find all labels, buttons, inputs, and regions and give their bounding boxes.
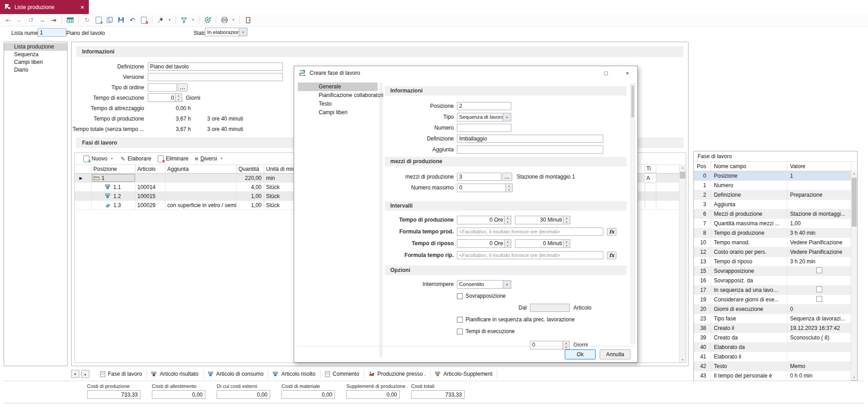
print-icon[interactable] xyxy=(220,15,229,24)
move-down-button[interactable]: ▼ xyxy=(71,370,79,378)
valore-cell[interactable]: Vedere Pianificazione xyxy=(787,249,851,255)
field-row[interactable]: 12 Costo orario per pers. Vedere Pianifi… xyxy=(694,247,851,257)
field-row[interactable]: 7 Quantità massima mezzi ... 1,00 xyxy=(694,219,851,228)
field-row[interactable]: 41 Elaborato il xyxy=(694,352,851,362)
chevron-down-icon[interactable]: ▾ xyxy=(219,157,224,160)
pianificare-checkbox[interactable] xyxy=(457,317,463,323)
field-row[interactable]: 10 Tempo manod. Vedere Pianificazione xyxy=(694,238,851,247)
dialog-scrollbar[interactable] xyxy=(630,83,635,344)
fx-button[interactable]: fx xyxy=(607,228,616,236)
spin-down-icon[interactable]: ▼ xyxy=(563,220,570,224)
tipo-select[interactable]: Sequenza di lavorazi ▾ xyxy=(457,113,511,121)
cost-value[interactable]: 0,00 xyxy=(281,390,335,399)
bottom-tab[interactable]: Articolo di consumo xyxy=(204,369,269,378)
dialog-nav-item[interactable]: Campi liberi xyxy=(298,108,378,117)
col-pos[interactable]: Pos xyxy=(694,162,711,171)
pin-icon[interactable] xyxy=(156,15,165,24)
dialog-nav-item[interactable]: Testo xyxy=(298,100,378,108)
pin-dropdown-icon[interactable]: ▾ xyxy=(167,18,172,22)
print-dropdown-icon[interactable]: ▾ xyxy=(231,18,236,22)
tempi-esecuzione-checkbox[interactable] xyxy=(457,329,463,334)
col-posizione[interactable]: Posizione xyxy=(92,165,136,173)
scrollbar-thumb[interactable] xyxy=(852,178,857,227)
eliminare-button[interactable]: Eliminare xyxy=(158,155,189,162)
field-row[interactable]: 38 Creato il 19.12.2023 16:37:42 xyxy=(694,324,851,333)
numero-input[interactable] xyxy=(457,124,511,132)
ti-cell[interactable]: A xyxy=(645,173,656,183)
spin-up-icon[interactable]: ▲ xyxy=(563,341,569,345)
definizione-input[interactable]: Piano del tavolo xyxy=(148,63,283,71)
numero-massimo-stepper[interactable]: 0 ▲▼ xyxy=(457,184,513,192)
bottom-tab[interactable]: Commento xyxy=(320,369,364,378)
fx-button[interactable]: fx xyxy=(607,252,616,259)
col-nome-campo[interactable]: Nome campo xyxy=(711,162,787,171)
bottom-tab[interactable]: Fase di lavoro xyxy=(96,369,147,378)
refresh-icon[interactable]: ↻ xyxy=(82,15,92,24)
filter-icon[interactable] xyxy=(179,15,189,24)
spin-down-icon[interactable]: ▼ xyxy=(563,244,570,247)
bottom-tab[interactable]: Articolo-Supplement xyxy=(431,369,497,378)
history-icon[interactable]: ↺ xyxy=(26,15,35,24)
bottom-tab[interactable]: Articolo risolto xyxy=(268,369,320,378)
col-aggiunta[interactable]: Aggiunta xyxy=(165,165,237,173)
field-row[interactable]: 13 Tempo di riposo 3 h 20 min xyxy=(694,257,851,266)
field-row[interactable]: 42 Testo Memo xyxy=(694,362,851,371)
spin-down-icon[interactable]: ▼ xyxy=(504,220,511,224)
aggiunta-cell[interactable] xyxy=(165,183,237,191)
spin-up-icon[interactable]: ▲ xyxy=(563,216,570,220)
copy-icon[interactable] xyxy=(105,15,114,24)
splitter[interactable] xyxy=(380,82,382,357)
field-row[interactable]: 40 Elaborato da xyxy=(694,343,851,352)
spin-up-icon[interactable]: ▲ xyxy=(563,240,570,244)
dialog-nav-item[interactable]: Pianificazione collaboratori xyxy=(298,91,378,100)
field-row[interactable]: 23 Tipo fase Sequenza di lavorazi... xyxy=(694,314,851,324)
cost-value[interactable]: 733,33 xyxy=(87,390,141,399)
tipo-ordine-input[interactable] xyxy=(148,83,177,92)
cost-value[interactable]: 0,00 xyxy=(346,390,400,399)
spin-down-icon[interactable]: ▼ xyxy=(506,188,512,192)
versione-input[interactable] xyxy=(148,73,283,81)
first-record-icon[interactable]: ⇤ xyxy=(4,15,13,24)
tempo-riposo-minuti-stepper[interactable]: 0 Minuti ▲▼ xyxy=(515,239,570,248)
valore-cell[interactable]: Sequenza di lavorazi... xyxy=(787,315,851,322)
posizione-cell[interactable]: 1.2 xyxy=(92,192,136,200)
aggiunta-cell[interactable] xyxy=(165,192,237,200)
ok-button[interactable]: Ok xyxy=(565,349,596,359)
settings-add-icon[interactable]: + xyxy=(203,15,212,24)
field-row[interactable]: 16 Sovrapposiz. da xyxy=(694,276,851,286)
close-icon[interactable]: × xyxy=(624,70,631,77)
col-valore[interactable]: Valore xyxy=(787,162,851,171)
ellipsis-button[interactable]: ... xyxy=(502,173,512,181)
valore-cell[interactable]: 1,00 xyxy=(787,220,851,227)
quantita-cell[interactable]: 1,00 xyxy=(237,201,264,209)
nuovo-button[interactable]: Nuovo ▾ xyxy=(83,155,114,162)
valore-cell[interactable]: 3 h 40 min xyxy=(787,230,851,236)
aggiunta-input[interactable] xyxy=(457,145,603,154)
cost-value[interactable]: 733,33 xyxy=(411,390,465,399)
posizione-input[interactable]: 2 xyxy=(457,102,511,110)
field-row[interactable]: 6 Mezzi di produzione Stazione di montag… xyxy=(694,209,851,219)
close-icon[interactable]: × xyxy=(80,4,84,10)
sidebar-item[interactable]: Lista produzione xyxy=(4,43,67,51)
diversi-button[interactable]: ≡ Diversi ▾ xyxy=(195,155,224,162)
delete-document-icon[interactable] xyxy=(139,15,148,24)
field-row[interactable]: 8 Tempo di produzione 3 h 40 min xyxy=(694,228,851,238)
tempo-esecuzione-stepper[interactable]: 0 ▲▼ xyxy=(148,93,182,102)
tempo-riposo-ore-stepper[interactable]: 0 Ore ▲▼ xyxy=(457,239,511,248)
previous-record-icon[interactable]: ← xyxy=(15,15,24,24)
field-row[interactable]: 39 Creato da Sconosciuto ( 8) xyxy=(694,333,851,343)
dialog-nav-item[interactable]: Generale xyxy=(298,82,378,91)
valore-cell[interactable] xyxy=(787,267,851,275)
maximize-icon[interactable]: □ xyxy=(602,70,610,77)
scroll-up-icon[interactable] xyxy=(679,165,686,170)
cost-value[interactable]: 0,00 xyxy=(217,390,270,399)
spin-down-icon[interactable]: ▼ xyxy=(504,244,511,247)
valore-cell[interactable]: 19.12.2023 16:37:42 xyxy=(787,325,851,331)
interrompere-select[interactable]: Consentito ▾ xyxy=(457,280,511,289)
definizione-input[interactable]: Imballaggio xyxy=(457,135,603,143)
posizione-cell[interactable]: 1 xyxy=(92,174,136,182)
aggiunta-cell[interactable] xyxy=(165,174,237,182)
ellipsis-button[interactable]: ... xyxy=(178,83,188,92)
filter-dropdown-icon[interactable]: ▾ xyxy=(191,18,195,22)
articolo-cell[interactable]: 100029 xyxy=(136,201,165,209)
